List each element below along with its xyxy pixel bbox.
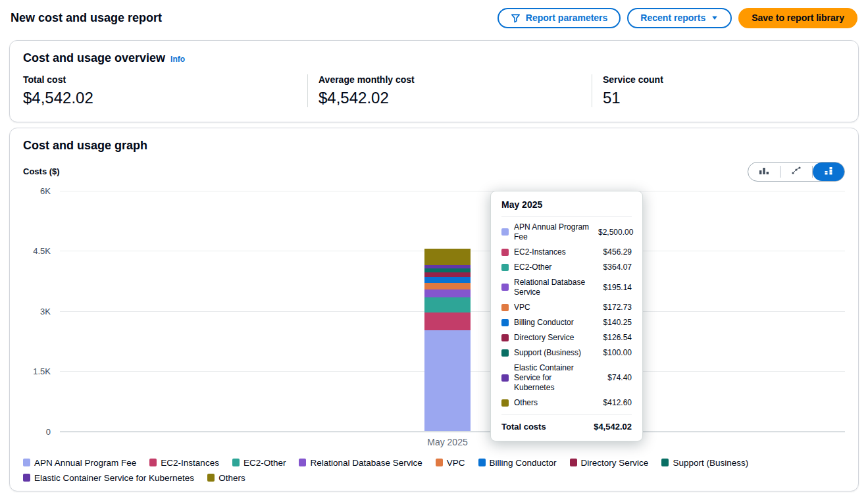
save-button-label: Save to report library bbox=[752, 12, 844, 24]
graph-card-title: Cost and usage graph bbox=[23, 139, 845, 153]
info-link[interactable]: Info bbox=[170, 55, 185, 64]
page-header: New cost and usage report Report paramet… bbox=[0, 0, 868, 35]
recent-reports-button[interactable]: Recent reports bbox=[627, 8, 732, 28]
average-monthly-cost-label: Average monthly cost bbox=[319, 74, 581, 85]
average-monthly-cost-metric: Average monthly cost $4,542.02 bbox=[307, 74, 592, 107]
legend-item[interactable]: EC2-Other bbox=[232, 458, 286, 468]
chevron-down-icon bbox=[711, 14, 719, 22]
tooltip-series-value: $412.60 bbox=[603, 398, 632, 407]
overview-card-title: Cost and usage overview Info bbox=[23, 51, 845, 65]
tooltip-row: Support (Business)$100.00 bbox=[501, 345, 632, 361]
average-monthly-cost-value: $4,542.02 bbox=[319, 89, 581, 107]
stacked-bar-chart-icon bbox=[823, 165, 834, 178]
tooltip-series-name: Elastic Container Service for Kubernetes bbox=[514, 363, 593, 393]
legend-swatch bbox=[299, 459, 306, 466]
y-tick-label: 4.5K bbox=[33, 246, 51, 256]
cost-usage-graph-card: Cost and usage graph Costs ($) bbox=[9, 128, 859, 491]
series-swatch bbox=[501, 249, 509, 256]
service-count-value: 51 bbox=[603, 89, 834, 107]
series-swatch bbox=[501, 334, 509, 341]
tooltip-row: EC2-Instances$456.29 bbox=[501, 245, 632, 260]
header-actions: Report parameters Recent reports Save to… bbox=[498, 8, 857, 28]
tooltip-total-row: Total costs $4,542.02 bbox=[501, 414, 632, 432]
tooltip-series-name: Others bbox=[514, 398, 593, 408]
service-count-label: Service count bbox=[603, 74, 834, 85]
legend-label: Relational Database Service bbox=[310, 458, 422, 468]
tooltip-series-value: $100.00 bbox=[603, 348, 632, 357]
y-tick-label: 3K bbox=[40, 306, 51, 316]
tooltip-series-value: $195.14 bbox=[603, 283, 632, 292]
chart-area: 6K4.5K3K1.5K0 May 2025 APN Annual Progra… bbox=[23, 191, 845, 432]
x-axis: May 2025 bbox=[60, 432, 845, 449]
overview-metrics: Total cost $4,542.02 Average monthly cos… bbox=[23, 74, 845, 111]
tooltip-title: May 2025 bbox=[501, 199, 632, 217]
tooltip-series-name: EC2-Other bbox=[514, 262, 593, 272]
grouped-bar-chart-toggle[interactable] bbox=[748, 162, 780, 181]
line-chart-icon bbox=[791, 165, 802, 178]
bar-chart-icon bbox=[759, 165, 769, 178]
legend-swatch bbox=[23, 474, 30, 482]
bar-segment[interactable] bbox=[424, 297, 471, 312]
y-axis: 6K4.5K3K1.5K0 bbox=[23, 191, 60, 432]
legend-item[interactable]: EC2-Instances bbox=[149, 458, 219, 468]
report-parameters-button[interactable]: Report parameters bbox=[498, 8, 621, 28]
gridline bbox=[60, 191, 845, 191]
series-swatch bbox=[501, 304, 509, 311]
legend-swatch bbox=[436, 459, 443, 466]
legend-item[interactable]: Elastic Container Service for Kubernetes bbox=[23, 473, 194, 483]
legend-item[interactable]: APN Annual Program Fee bbox=[23, 458, 136, 468]
tooltip-series-name: VPC bbox=[514, 303, 593, 312]
legend-label: EC2-Instances bbox=[161, 458, 219, 468]
legend-swatch bbox=[23, 459, 30, 466]
y-tick-label: 1.5K bbox=[33, 366, 51, 376]
tooltip-series-name: Support (Business) bbox=[514, 348, 593, 358]
legend-item[interactable]: Relational Database Service bbox=[299, 458, 422, 468]
bar-segment[interactable] bbox=[424, 312, 471, 331]
x-tick-label: May 2025 bbox=[424, 437, 471, 447]
tooltip-series-value: $364.07 bbox=[603, 262, 632, 272]
tooltip-series-name: EC2-Instances bbox=[514, 247, 593, 257]
legend-swatch bbox=[570, 459, 577, 466]
legend-item[interactable]: VPC bbox=[436, 458, 465, 468]
bar-segment[interactable] bbox=[424, 330, 471, 431]
legend-item[interactable]: Billing Conductor bbox=[478, 458, 557, 468]
bar-segment[interactable] bbox=[424, 277, 471, 283]
legend-item[interactable]: Directory Service bbox=[570, 458, 649, 468]
bar-segment[interactable] bbox=[424, 272, 471, 278]
legend-item[interactable]: Others bbox=[207, 473, 245, 483]
y-axis-title: Costs ($) bbox=[23, 166, 60, 176]
chart-legend: APN Annual Program FeeEC2-InstancesEC2-O… bbox=[23, 458, 845, 483]
tooltip-series-name: Directory Service bbox=[514, 333, 593, 343]
chart-plot-area: May 2025 APN Annual Program Fee$2,500.00… bbox=[60, 191, 845, 432]
page-title: New cost and usage report bbox=[11, 11, 162, 25]
line-chart-toggle[interactable] bbox=[780, 162, 812, 181]
total-cost-value: $4,542.02 bbox=[23, 89, 297, 107]
legend-swatch bbox=[149, 459, 157, 466]
bar-segment[interactable] bbox=[424, 249, 471, 265]
stacked-bar bbox=[424, 249, 471, 431]
series-swatch bbox=[501, 399, 509, 407]
stacked-bar-chart-toggle[interactable] bbox=[813, 162, 844, 181]
legend-swatch bbox=[661, 459, 669, 466]
series-swatch bbox=[501, 349, 509, 357]
series-swatch bbox=[501, 319, 509, 326]
legend-label: Others bbox=[218, 473, 245, 483]
tooltip-total-value: $4,542.02 bbox=[594, 422, 632, 432]
recent-reports-label: Recent reports bbox=[640, 12, 705, 24]
tooltip-series-name: Relational Database Service bbox=[514, 278, 593, 297]
series-swatch bbox=[501, 264, 509, 271]
legend-label: APN Annual Program Fee bbox=[34, 458, 136, 468]
y-tick-label: 6K bbox=[40, 186, 51, 195]
tooltip-row: EC2-Other$364.07 bbox=[501, 260, 632, 275]
total-cost-label: Total cost bbox=[23, 74, 297, 85]
legend-label: VPC bbox=[447, 458, 465, 468]
bar-segment[interactable] bbox=[424, 283, 471, 290]
series-swatch bbox=[501, 228, 509, 236]
legend-item[interactable]: Support (Business) bbox=[661, 458, 748, 468]
bar-segment[interactable] bbox=[424, 289, 471, 297]
save-to-report-library-button[interactable]: Save to report library bbox=[738, 8, 857, 28]
total-cost-metric: Total cost $4,542.02 bbox=[23, 74, 307, 107]
legend-label: Directory Service bbox=[581, 458, 649, 468]
legend-label: Elastic Container Service for Kubernetes bbox=[34, 473, 194, 483]
y-tick-label: 0 bbox=[46, 426, 51, 436]
